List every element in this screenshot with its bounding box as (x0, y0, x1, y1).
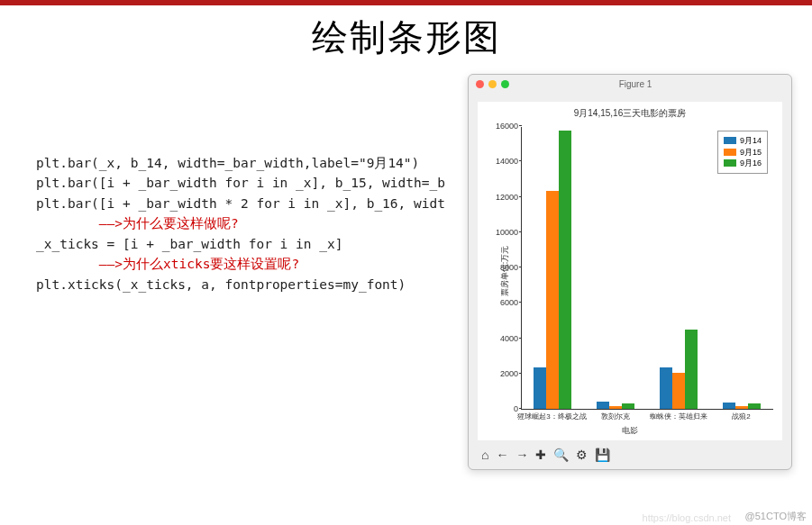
y-tick-label: 10000 (488, 228, 518, 237)
y-tick-label: 14000 (488, 157, 518, 166)
window-title: Figure 1 (487, 79, 784, 89)
code-line-2: plt.bar([i + _bar_width for i in _x], b_… (36, 176, 445, 190)
configure-icon[interactable]: ⚙ (576, 448, 588, 462)
save-icon[interactable]: 💾 (595, 448, 610, 462)
legend-item: 9月15 (724, 147, 762, 158)
top-accent-bar (0, 0, 812, 5)
y-tick-label: 4000 (488, 334, 518, 343)
legend-item: 9月16 (724, 158, 762, 169)
code-line-5: _x_ticks = [i + _bar_width for i in _x] (36, 237, 342, 251)
home-icon[interactable]: ⌂ (481, 448, 488, 462)
pan-icon[interactable]: ✚ (535, 448, 546, 462)
x-axis-label: 电影 (622, 425, 638, 437)
x-tick-label: 蜘蛛侠：英雄归来 (650, 412, 707, 421)
code-block: plt.bar(_x, b_14, width=_bar_width,label… (0, 72, 467, 525)
x-tick-label: 敦刻尔克 (601, 412, 630, 421)
bar (622, 403, 634, 409)
bar (685, 330, 698, 409)
bar (735, 406, 748, 409)
bar (660, 367, 672, 409)
forward-icon[interactable]: → (515, 448, 528, 462)
legend-swatch (724, 137, 736, 144)
bar (597, 402, 609, 409)
code-line-1: plt.bar(_x, b_14, width=_bar_width,label… (36, 156, 419, 170)
y-tick-label: 0 (488, 404, 518, 413)
bar (609, 406, 622, 409)
legend-label: 9月14 (740, 135, 762, 147)
matplotlib-toolbar: ⌂ ← → ✚ 🔍 ⚙ 💾 (478, 444, 782, 466)
window-titlebar: Figure 1 (469, 75, 791, 93)
y-tick-label: 6000 (488, 298, 518, 307)
y-tick-label: 8000 (488, 263, 518, 272)
legend-swatch (724, 159, 736, 167)
legend-label: 9月16 (740, 158, 762, 169)
watermark-url: https://blog.csdn.net (643, 512, 731, 523)
close-icon[interactable] (476, 80, 484, 88)
code-line-7: plt.xticks(_x_ticks, a, fontproperties=m… (36, 277, 406, 292)
back-icon[interactable]: ← (496, 448, 508, 462)
plot-canvas: 9月14,15,16三天电影的票房 票房单位:万元 电影 9月149月159月1… (478, 102, 782, 440)
bar (723, 403, 735, 409)
matplotlib-window: Figure 1 9月14,15,16三天电影的票房 票房单位:万元 电影 9月… (468, 74, 792, 470)
chart-axes: 9月149月159月16 020004000600080001000012000… (521, 127, 773, 410)
bar (534, 367, 546, 409)
code-comment-1: ——>为什么要这样做呢? (36, 216, 239, 231)
legend-swatch (724, 149, 736, 156)
chart-title: 9月14,15,16三天电影的票房 (478, 102, 782, 120)
bar (672, 373, 685, 409)
y-tick-label: 12000 (488, 193, 518, 202)
legend-label: 9月15 (740, 147, 762, 158)
legend-item: 9月14 (724, 135, 762, 147)
bar (748, 403, 761, 409)
y-tick-label: 2000 (488, 369, 518, 378)
zoom-icon[interactable]: 🔍 (553, 448, 569, 462)
watermark: @51CTO博客 (745, 510, 807, 523)
code-line-3: plt.bar([i + _bar_width * 2 for i in _x]… (36, 196, 445, 211)
x-tick-label: 猩球崛起3：终极之战 (517, 412, 586, 421)
page-title: 绘制条形图 (0, 13, 812, 62)
x-tick-label: 战狼2 (732, 412, 750, 421)
code-comment-2: ——>为什么xticks要这样设置呢? (36, 257, 299, 271)
bar (559, 131, 571, 409)
chart-legend: 9月149月159月16 (717, 131, 768, 174)
bar (546, 191, 559, 410)
y-tick-label: 16000 (488, 122, 518, 131)
